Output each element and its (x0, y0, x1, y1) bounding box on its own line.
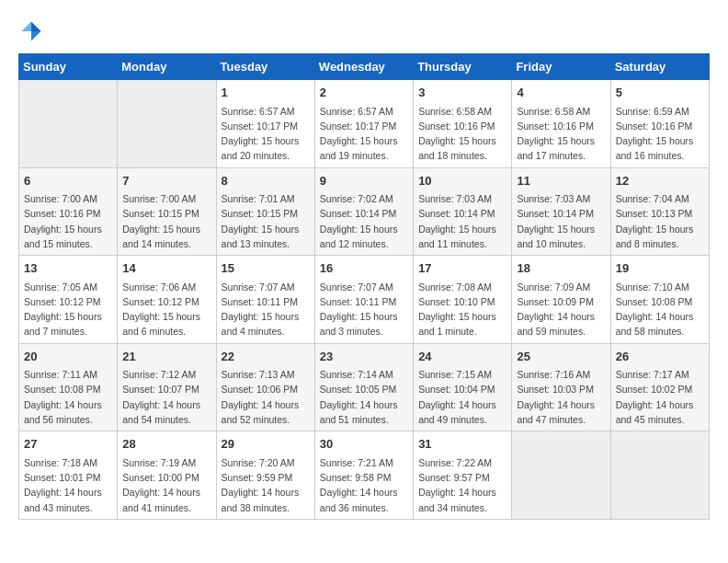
calendar-cell: 8Sunrise: 7:01 AM Sunset: 10:15 PM Dayli… (216, 167, 314, 256)
day-number: 20 (24, 348, 112, 366)
day-header-sunday: Sunday (19, 54, 118, 80)
day-info: Sunrise: 7:03 AM Sunset: 10:14 PM Daylig… (418, 191, 506, 251)
svg-marker-1 (31, 31, 41, 41)
calendar-cell (610, 431, 709, 520)
calendar-cell: 24Sunrise: 7:15 AM Sunset: 10:04 PM Dayl… (414, 343, 512, 431)
day-info: Sunrise: 7:03 AM Sunset: 10:14 PM Daylig… (517, 191, 605, 251)
calendar-cell: 21Sunrise: 7:12 AM Sunset: 10:07 PM Dayl… (118, 343, 216, 431)
day-number: 16 (320, 259, 408, 278)
calendar-cell: 19Sunrise: 7:10 AM Sunset: 10:08 PM Dayl… (610, 256, 709, 344)
day-header-friday: Friday (512, 54, 610, 80)
calendar-cell: 17Sunrise: 7:08 AM Sunset: 10:10 PM Dayl… (414, 256, 512, 344)
day-number: 30 (320, 435, 408, 454)
calendar-cell: 26Sunrise: 7:17 AM Sunset: 10:02 PM Dayl… (610, 343, 709, 431)
day-info: Sunrise: 7:21 AM Sunset: 9:58 PM Dayligh… (320, 455, 408, 515)
calendar-cell: 22Sunrise: 7:13 AM Sunset: 10:06 PM Dayl… (216, 343, 314, 431)
page-header (18, 18, 710, 44)
day-number: 11 (517, 172, 605, 190)
day-info: Sunrise: 7:04 AM Sunset: 10:13 PM Daylig… (616, 191, 704, 251)
svg-marker-2 (22, 22, 32, 32)
calendar-cell: 5Sunrise: 6:59 AM Sunset: 10:16 PM Dayli… (610, 80, 709, 168)
day-number: 28 (122, 435, 210, 454)
calendar-cell: 6Sunrise: 7:00 AM Sunset: 10:16 PM Dayli… (19, 167, 118, 256)
calendar-cell: 4Sunrise: 6:58 AM Sunset: 10:16 PM Dayli… (512, 80, 610, 168)
calendar-cell: 12Sunrise: 7:04 AM Sunset: 10:13 PM Dayl… (610, 167, 709, 256)
calendar-cell: 25Sunrise: 7:16 AM Sunset: 10:03 PM Dayl… (512, 343, 610, 431)
day-number: 13 (24, 259, 112, 278)
day-info: Sunrise: 7:15 AM Sunset: 10:04 PM Daylig… (418, 367, 506, 427)
calendar-cell: 27Sunrise: 7:18 AM Sunset: 10:01 PM Dayl… (19, 431, 118, 520)
calendar-cell: 30Sunrise: 7:21 AM Sunset: 9:58 PM Dayli… (314, 431, 413, 520)
day-number: 27 (24, 435, 112, 454)
day-info: Sunrise: 7:17 AM Sunset: 10:02 PM Daylig… (616, 367, 704, 427)
day-number: 29 (222, 435, 310, 454)
week-row-5: 27Sunrise: 7:18 AM Sunset: 10:01 PM Dayl… (19, 431, 710, 520)
day-header-thursday: Thursday (414, 54, 512, 80)
day-info: Sunrise: 6:58 AM Sunset: 10:16 PM Daylig… (517, 104, 605, 164)
calendar-cell: 1Sunrise: 6:57 AM Sunset: 10:17 PM Dayli… (216, 80, 314, 168)
day-info: Sunrise: 6:57 AM Sunset: 10:17 PM Daylig… (320, 104, 408, 164)
day-info: Sunrise: 7:12 AM Sunset: 10:07 PM Daylig… (122, 367, 210, 427)
logo (18, 18, 46, 44)
day-info: Sunrise: 7:16 AM Sunset: 10:03 PM Daylig… (517, 367, 605, 427)
day-number: 7 (122, 172, 210, 190)
calendar-table: SundayMondayTuesdayWednesdayThursdayFrid… (18, 53, 710, 520)
day-number: 8 (222, 172, 310, 190)
calendar-cell: 10Sunrise: 7:03 AM Sunset: 10:14 PM Dayl… (414, 167, 512, 256)
day-info: Sunrise: 7:18 AM Sunset: 10:01 PM Daylig… (24, 455, 112, 515)
day-header-tuesday: Tuesday (216, 54, 314, 80)
week-row-3: 13Sunrise: 7:05 AM Sunset: 10:12 PM Dayl… (19, 256, 710, 344)
day-info: Sunrise: 7:05 AM Sunset: 10:12 PM Daylig… (24, 280, 112, 339)
day-number: 24 (418, 348, 506, 366)
day-info: Sunrise: 7:07 AM Sunset: 10:11 PM Daylig… (222, 280, 310, 339)
calendar-cell: 23Sunrise: 7:14 AM Sunset: 10:05 PM Dayl… (314, 343, 413, 431)
day-number: 4 (517, 84, 605, 102)
calendar-cell (19, 80, 118, 168)
calendar-cell: 11Sunrise: 7:03 AM Sunset: 10:14 PM Dayl… (512, 167, 610, 256)
day-info: Sunrise: 7:00 AM Sunset: 10:15 PM Daylig… (122, 191, 210, 251)
day-number: 1 (222, 84, 310, 102)
day-number: 10 (418, 172, 506, 190)
day-info: Sunrise: 6:58 AM Sunset: 10:16 PM Daylig… (418, 104, 506, 164)
day-number: 6 (24, 172, 112, 190)
calendar-cell: 16Sunrise: 7:07 AM Sunset: 10:11 PM Dayl… (314, 256, 413, 344)
day-info: Sunrise: 6:57 AM Sunset: 10:17 PM Daylig… (222, 104, 310, 164)
day-number: 21 (122, 348, 210, 366)
calendar-cell (512, 431, 610, 520)
day-info: Sunrise: 7:01 AM Sunset: 10:15 PM Daylig… (222, 191, 310, 251)
calendar-cell: 20Sunrise: 7:11 AM Sunset: 10:08 PM Dayl… (19, 343, 118, 431)
day-header-saturday: Saturday (610, 54, 709, 80)
day-number: 3 (418, 84, 506, 102)
day-header-monday: Monday (118, 54, 216, 80)
calendar-cell: 7Sunrise: 7:00 AM Sunset: 10:15 PM Dayli… (118, 167, 216, 256)
day-number: 31 (418, 435, 506, 454)
day-info: Sunrise: 7:14 AM Sunset: 10:05 PM Daylig… (320, 367, 408, 427)
calendar-cell (118, 80, 216, 168)
calendar-cell: 3Sunrise: 6:58 AM Sunset: 10:16 PM Dayli… (414, 80, 512, 168)
day-number: 15 (222, 259, 310, 278)
day-number: 19 (616, 259, 704, 278)
day-number: 14 (122, 259, 210, 278)
day-number: 23 (320, 348, 408, 366)
calendar-cell: 31Sunrise: 7:22 AM Sunset: 9:57 PM Dayli… (414, 431, 512, 520)
calendar-cell: 2Sunrise: 6:57 AM Sunset: 10:17 PM Dayli… (314, 80, 413, 168)
day-info: Sunrise: 7:07 AM Sunset: 10:11 PM Daylig… (320, 280, 408, 339)
day-number: 12 (616, 172, 704, 190)
week-row-1: 1Sunrise: 6:57 AM Sunset: 10:17 PM Dayli… (19, 80, 710, 168)
day-number: 25 (517, 348, 605, 366)
calendar-cell: 15Sunrise: 7:07 AM Sunset: 10:11 PM Dayl… (216, 256, 314, 344)
day-header-wednesday: Wednesday (314, 54, 413, 80)
day-number: 2 (320, 84, 408, 102)
day-number: 5 (616, 84, 704, 102)
calendar-cell: 28Sunrise: 7:19 AM Sunset: 10:00 PM Dayl… (118, 431, 216, 520)
week-row-2: 6Sunrise: 7:00 AM Sunset: 10:16 PM Dayli… (19, 167, 710, 256)
day-info: Sunrise: 7:11 AM Sunset: 10:08 PM Daylig… (24, 367, 112, 427)
day-info: Sunrise: 7:19 AM Sunset: 10:00 PM Daylig… (122, 455, 210, 515)
logo-icon (18, 18, 44, 44)
calendar-cell: 29Sunrise: 7:20 AM Sunset: 9:59 PM Dayli… (216, 431, 314, 520)
day-number: 22 (222, 348, 310, 366)
calendar-cell: 14Sunrise: 7:06 AM Sunset: 10:12 PM Dayl… (118, 256, 216, 344)
day-info: Sunrise: 7:13 AM Sunset: 10:06 PM Daylig… (222, 367, 310, 427)
calendar-cell: 13Sunrise: 7:05 AM Sunset: 10:12 PM Dayl… (19, 256, 118, 344)
svg-marker-0 (31, 22, 41, 32)
